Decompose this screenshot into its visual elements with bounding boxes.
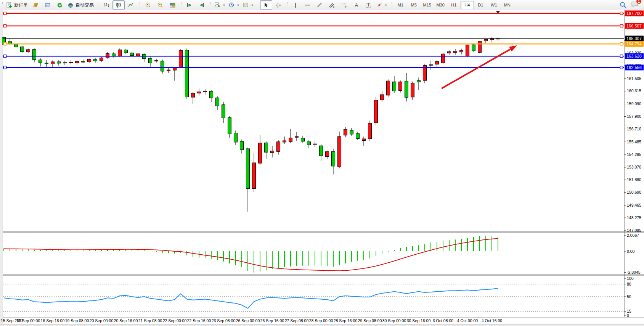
horizontal-line-icon [304, 2, 311, 8]
rsi-tick: 100 [627, 276, 634, 281]
chart-background [0, 10, 644, 326]
tile-windows-button[interactable] [166, 0, 178, 10]
svg-text:T: T [368, 3, 370, 7]
vertical-line-tool[interactable] [289, 0, 302, 10]
x-label: 30 Sep 16:00 [407, 318, 431, 323]
horizontal-line-tool[interactable] [302, 0, 314, 10]
line-chart-icon [128, 2, 134, 8]
new-order-label: 新订单 [14, 2, 28, 8]
templates-button[interactable]: ▼ [241, 0, 255, 10]
y-tick: 150.690 [627, 190, 641, 194]
cursor-icon [263, 2, 269, 8]
x-label: 23 Sep 08:00 [212, 318, 236, 323]
hline-anchor[interactable] [4, 24, 6, 27]
y-tick: 148.275 [627, 215, 641, 220]
line-chart-button[interactable] [125, 0, 137, 10]
toolbar-group-drawing: E F A T ▼ [286, 0, 390, 10]
svg-text:E: E [333, 6, 334, 8]
x-label: 30 Sep 00:00 [382, 318, 406, 323]
dropdown-caret: ▼ [251, 4, 254, 6]
quotes-button[interactable] [29, 0, 42, 10]
text-label-tool[interactable]: T [363, 0, 375, 10]
x-label: 4 Oct 00:00 [457, 318, 478, 323]
x-label: 28 Sep 00:00 [309, 318, 333, 323]
timeframe-M30[interactable]: M30 [434, 1, 447, 9]
price-tag-text: 164.794 [626, 42, 642, 46]
fibonacci-tool[interactable]: F [338, 0, 350, 10]
new-order-button[interactable]: 新订单 [5, 0, 29, 10]
arrows-tool[interactable]: ▼ [375, 0, 389, 10]
hline-anchor[interactable] [620, 43, 623, 45]
zoom-out-button[interactable] [154, 0, 166, 10]
dropdown-caret: ▼ [223, 4, 225, 6]
chart-shift-button[interactable] [196, 0, 208, 10]
y-tick: 147.085 [627, 228, 641, 233]
x-label: 16 Sep 16:00 [41, 318, 65, 323]
timeframe-H4[interactable]: H4 [461, 1, 474, 9]
x-label: 26 Sep 16:00 [260, 318, 284, 323]
toolbar-group-charttype [96, 0, 138, 10]
y-tick: 155.485 [627, 140, 641, 144]
y-tick: 156.710 [627, 127, 641, 131]
timeframe-H1[interactable]: H1 [447, 1, 461, 9]
y-tick: 153.070 [627, 165, 641, 169]
price-tag-text: 163.628 [626, 54, 642, 58]
timeframe-D1[interactable]: D1 [474, 1, 487, 9]
timeframe-M1[interactable]: M1 [394, 1, 407, 9]
trendline-tool[interactable] [314, 0, 326, 10]
trendline-icon [316, 2, 323, 8]
price-tag-text: 167.700 [626, 11, 642, 16]
text-tool[interactable]: A [350, 0, 363, 10]
search-icon[interactable] [620, 2, 626, 8]
timeframe-M15[interactable]: M15 [421, 1, 434, 9]
candlestick-chart-icon [116, 2, 122, 8]
bar-chart-button[interactable] [100, 0, 112, 10]
candlestick-chart-button[interactable] [112, 0, 125, 10]
toolbar-group-cursor [256, 0, 286, 10]
clock-icon [228, 2, 235, 8]
autotrading-button[interactable]: 自动交易 [66, 0, 95, 10]
auto-scroll-button[interactable] [183, 0, 196, 10]
hline-anchor[interactable] [620, 55, 623, 58]
market-watch-button[interactable] [54, 0, 66, 10]
rsi-tick: 80 [627, 282, 631, 286]
timeframe-W1[interactable]: W1 [487, 1, 501, 9]
price-tag-text: 166.507 [626, 24, 642, 28]
x-label: 19 Sep 08:00 [65, 318, 89, 323]
hline-anchor[interactable] [4, 66, 6, 69]
notifications-button[interactable]: 1 [631, 1, 639, 9]
svg-text:F: F [345, 6, 347, 8]
timeframe-MN[interactable]: MN [501, 1, 514, 9]
hline-anchor[interactable] [4, 12, 6, 15]
hline-anchor[interactable] [620, 24, 623, 27]
x-label: 20 Sep 00:00 [90, 318, 114, 323]
y-tick: 160.315 [627, 88, 641, 93]
indicators-button[interactable]: ▼ [213, 0, 227, 10]
chart-canvas[interactable]: GBPJPY,H4 165.288 165.400 165.113 165.30… [0, 0, 644, 326]
hline-anchor[interactable] [620, 66, 623, 69]
autotrading-icon [67, 2, 74, 8]
zoom-in-button[interactable] [142, 0, 154, 10]
hline-anchor[interactable] [4, 55, 6, 58]
x-label: 26 Sep 00:00 [236, 318, 260, 323]
fibonacci-icon: F [341, 2, 347, 8]
hline-anchor[interactable] [620, 12, 623, 15]
cursor-button[interactable] [260, 0, 272, 10]
timeframe-M5[interactable]: M5 [407, 1, 421, 9]
x-label: 20 Sep 16:00 [114, 318, 138, 323]
vertical-line-icon [292, 2, 298, 8]
channel-tool[interactable]: E [326, 0, 338, 10]
crosshair-button[interactable] [272, 0, 284, 10]
dropdown-caret: ▼ [237, 4, 239, 6]
charts-button[interactable] [42, 0, 54, 10]
toolbar-group-timeframes: M1M5M15M30H1H4D1W1MN [390, 0, 515, 10]
auto-scroll-icon [186, 2, 193, 8]
x-label: 27 Sep 08:00 [285, 318, 309, 323]
rsi-tick: 0 [627, 313, 629, 318]
zoom-out-icon [157, 2, 164, 8]
hline-anchor[interactable] [4, 43, 6, 45]
periods-button[interactable]: ▼ [227, 0, 241, 10]
text-label-icon: T [365, 2, 372, 8]
channel-icon: E [329, 2, 335, 8]
autotrading-label: 自动交易 [75, 2, 94, 8]
